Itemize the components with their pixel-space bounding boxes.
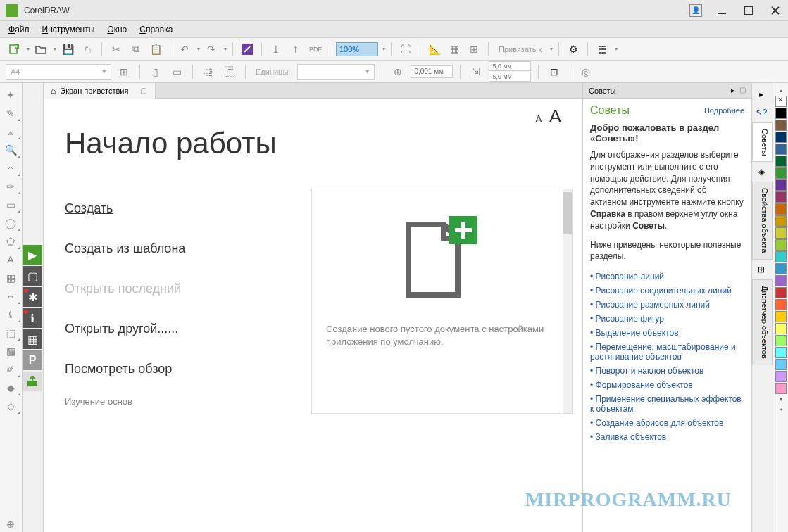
color-swatch[interactable] xyxy=(775,287,787,298)
page-size-combo[interactable]: A4▾ xyxy=(6,64,111,80)
menu-file[interactable]: Файл xyxy=(8,25,30,34)
color-swatch[interactable] xyxy=(775,299,787,310)
color-swatch[interactable] xyxy=(775,227,787,239)
color-swatch[interactable] xyxy=(775,215,787,227)
hint-link[interactable]: Рисование соединительных линий xyxy=(590,284,744,298)
dup-x-input[interactable] xyxy=(489,61,531,71)
nav-whats-new[interactable]: ✱ xyxy=(23,287,42,307)
dock-props-icon[interactable]: ◈ xyxy=(752,163,770,180)
outline-tool-icon[interactable]: ◇ xyxy=(0,397,21,415)
color-swatch[interactable] xyxy=(775,120,787,131)
freehand-tool-icon[interactable]: 〰 xyxy=(0,159,21,177)
color-swatch[interactable] xyxy=(775,108,787,119)
dock-tab-obj-props[interactable]: Свойства объекта xyxy=(752,182,773,259)
open-icon[interactable] xyxy=(32,41,49,58)
color-swatch[interactable] xyxy=(775,311,787,322)
hints-panel-tab[interactable]: Советы xyxy=(589,87,615,95)
search-content-icon[interactable] xyxy=(239,41,256,58)
nav-get-started[interactable]: ▶ xyxy=(23,245,42,265)
close-button[interactable] xyxy=(768,4,782,18)
panel-menu-icon[interactable]: ▸ xyxy=(731,86,735,95)
hint-link[interactable]: Рисование линий xyxy=(590,270,744,284)
menu-window[interactable]: Окно xyxy=(107,25,127,34)
color-swatch[interactable] xyxy=(775,275,787,286)
hint-link[interactable]: Рисование фигур xyxy=(590,312,744,326)
nudge-input[interactable] xyxy=(411,65,453,78)
color-swatch[interactable] xyxy=(775,239,787,251)
dock-expand-icon[interactable]: ▸ xyxy=(752,86,770,103)
maximize-button[interactable] xyxy=(742,4,756,18)
zoom-dropdown[interactable]: ▾ xyxy=(382,46,385,52)
color-swatch[interactable] xyxy=(775,156,787,167)
launch-icon[interactable]: ▤ xyxy=(594,41,611,58)
color-swatch[interactable] xyxy=(775,263,787,274)
hint-link[interactable]: Заливка объектов xyxy=(590,430,744,444)
dock-align-icon[interactable]: ⊞ xyxy=(752,261,770,278)
palette-flyout-icon[interactable]: ◂ xyxy=(780,405,782,414)
color-swatch[interactable] xyxy=(775,335,787,346)
minimize-button[interactable] xyxy=(715,4,729,18)
font-size-preview[interactable]: AA xyxy=(535,106,561,127)
shape-tool-icon[interactable]: ✎ xyxy=(0,104,21,122)
action-watch-tour[interactable]: Посмотреть обзор xyxy=(65,349,290,389)
hints-more-link[interactable]: Подробнее xyxy=(704,106,744,115)
hint-link[interactable]: Создание абрисов для объектов xyxy=(590,416,744,430)
options-icon[interactable]: ⚙ xyxy=(565,41,582,58)
zoom-level-input[interactable]: 100% xyxy=(336,42,378,56)
nav-need-help[interactable]: ℹ xyxy=(23,308,42,328)
action-from-template[interactable]: Создать из шаблона xyxy=(65,229,290,269)
color-swatch[interactable] xyxy=(775,167,787,179)
zoom-tool-icon[interactable]: 🔍 xyxy=(0,141,21,159)
panel-close-icon[interactable]: ▢ xyxy=(739,86,746,95)
welcome-scrollbar[interactable] xyxy=(563,189,573,414)
hint-link[interactable]: Формирование объектов xyxy=(590,378,744,392)
color-swatch[interactable] xyxy=(775,383,787,394)
color-none-swatch[interactable] xyxy=(775,96,787,107)
hint-link[interactable]: Рисование размерных линий xyxy=(590,298,744,312)
dimension-tool-icon[interactable]: ↔ xyxy=(0,287,21,305)
new-doc-icon[interactable] xyxy=(6,41,23,58)
nav-gallery[interactable]: ▦ xyxy=(23,329,42,349)
snap-dropdown[interactable]: ▾ xyxy=(550,46,553,52)
menu-tools[interactable]: Инструменты xyxy=(42,25,95,34)
hint-link[interactable]: Поворот и наклон объектов xyxy=(590,364,744,378)
crop-tool-icon[interactable]: ⟁ xyxy=(0,122,21,141)
rectangle-tool-icon[interactable]: ▭ xyxy=(0,196,21,214)
ellipse-tool-icon[interactable]: ◯ xyxy=(0,214,21,232)
effects-tool-icon[interactable]: ⬚ xyxy=(0,324,21,342)
dock-tab-hints[interactable]: Советы xyxy=(752,122,773,162)
text-tool-icon[interactable]: A xyxy=(0,251,21,269)
treat-as-filled-icon[interactable]: ⊡ xyxy=(546,63,563,80)
color-swatch[interactable] xyxy=(775,191,787,203)
hint-link[interactable]: Применение специальных эффектов к объект… xyxy=(590,392,744,416)
connector-tool-icon[interactable]: ⤹ xyxy=(0,305,21,324)
dock-tab-obj-mgr[interactable]: Диспетчер объектов xyxy=(752,279,773,365)
color-swatch[interactable] xyxy=(775,179,787,191)
nav-workspace[interactable]: ▢ xyxy=(23,266,42,286)
table-tool-icon[interactable]: ▦ xyxy=(0,269,21,287)
color-swatch[interactable] xyxy=(775,203,787,215)
hint-link[interactable]: Перемещение, масштабирование и растягива… xyxy=(590,340,744,364)
polygon-tool-icon[interactable]: ⬠ xyxy=(0,232,21,251)
hint-link[interactable]: Выделение объектов xyxy=(590,326,744,340)
open-dropdown[interactable]: ▾ xyxy=(54,46,56,52)
nav-updates[interactable]: P xyxy=(23,350,42,370)
eyedropper-tool-icon[interactable]: ✐ xyxy=(0,360,21,379)
menu-help[interactable]: Справка xyxy=(139,25,173,34)
action-open-other[interactable]: Открыть другой...... xyxy=(65,309,290,349)
tab-welcome[interactable]: ⌂ Экран приветствия ▢ xyxy=(44,83,156,99)
color-swatch[interactable] xyxy=(775,132,787,143)
action-create[interactable]: Создать xyxy=(65,189,290,229)
artistic-media-icon[interactable]: ✑ xyxy=(0,177,21,196)
nav-membership[interactable] xyxy=(23,372,42,391)
pick-tool-icon[interactable]: ✦ xyxy=(0,86,21,104)
color-swatch[interactable] xyxy=(775,251,787,262)
dup-y-input[interactable] xyxy=(489,72,531,82)
color-swatch[interactable] xyxy=(775,371,787,382)
units-combo[interactable]: ▾ xyxy=(297,64,375,80)
fill-tool-icon[interactable]: ◆ xyxy=(0,379,21,397)
action-learn-basics[interactable]: Изучение основ xyxy=(65,389,290,407)
dock-pointer-icon[interactable]: ↖? xyxy=(752,104,770,121)
user-account-icon[interactable]: 👤 xyxy=(689,4,702,17)
new-dropdown[interactable]: ▾ xyxy=(27,46,30,52)
